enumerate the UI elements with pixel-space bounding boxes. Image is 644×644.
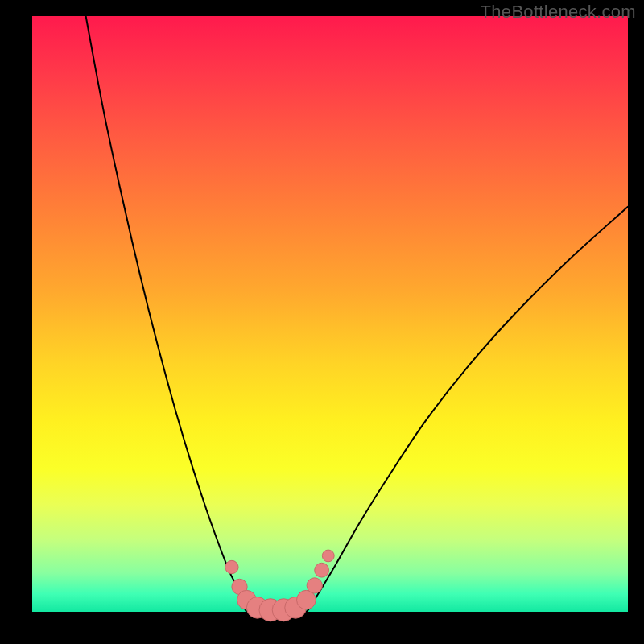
valley-marker: [315, 563, 329, 577]
series-group: [86, 16, 628, 613]
marker-group: [225, 550, 334, 621]
chart-frame: TheBottleneck.com: [0, 0, 644, 644]
valley-marker: [225, 560, 238, 573]
plot-area: [32, 16, 628, 612]
bottleneck-curve: [86, 16, 628, 613]
valley-marker: [307, 578, 322, 593]
curve-layer: [32, 16, 628, 612]
attribution-label: TheBottleneck.com: [481, 2, 636, 23]
valley-marker: [322, 550, 334, 562]
